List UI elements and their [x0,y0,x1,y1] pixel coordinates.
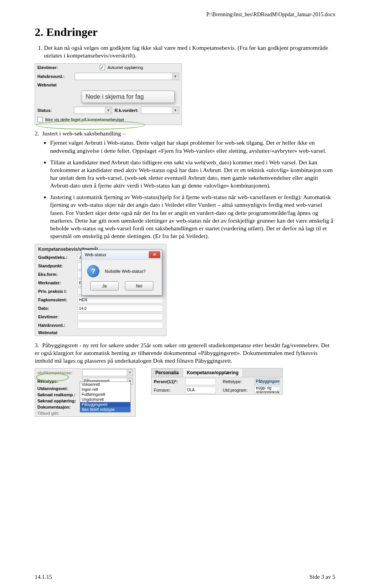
tab-kompetanse[interactable]: Kompetanse/opplæring [183,368,243,377]
option-fullforingsrett[interactable]: Fullføringsrett [80,392,130,397]
label-merknader: Merknader: [38,280,75,285]
footer-date: 14.1.15 [35,574,52,580]
dialog-title: Web-status [85,252,106,257]
dialog-no-button[interactable]: Nei [125,281,153,291]
panel-personalia-right: Personalia Kompetanse/opplæring Persnr(1… [151,368,283,395]
label-ikke-vis: Ikke vis dette faget på kompetansebevise… [45,117,124,122]
chevron-down-icon: ▼ [172,73,178,79]
footer-page: Side 3 av 5 [309,574,335,580]
label-fornavn: Fornavn: [154,388,183,392]
field-elevtimer[interactable] [77,313,163,320]
field-persnr[interactable] [185,378,216,385]
label-rettstype-b: Rettstype: [218,379,252,384]
option-pabyggingsrett[interactable]: Påbyggingsrett [80,402,130,407]
close-icon[interactable]: ✕ [149,251,160,258]
list-item-3: 3. Påbyggingsrett - ny rett for søkere u… [35,341,335,365]
dialog-message: Nullstille Web-status? [105,269,146,274]
screenshot-rettstype-panels: sluttkompetanse:▼ Rettstype:Påbyggingsre… [35,368,335,417]
label-standpunkt: Standpunkt: [38,264,75,268]
tab-personalia[interactable]: Personalia [151,368,183,377]
field-sluttkompetanse[interactable]: ▼ [82,369,133,376]
bullet-justering-automatisk: Justering i automatisk fjerning av Web-s… [50,193,335,240]
screenshot-nullstille-dialog: Kompetansebevis/vitnemål Godkjent/eks.:J… [35,244,166,336]
option-ungdomsrett[interactable]: Ungdomsrett [80,397,130,402]
chevron-down-icon: ▼ [172,107,178,113]
panel-rettstype-left: sluttkompetanse:▼ Rettstype:Påbyggingsre… [35,368,136,417]
checkbox-ikke-vis[interactable] [37,117,43,122]
label-halvars: Halvårsvurd.: [37,74,72,79]
option-ikke-tildelt[interactable]: Ikke tildelt rettstype [80,407,130,412]
label-elevtimer2: Elevtimer: [38,314,75,319]
checkbox-avkortet[interactable]: ✓ [100,65,105,70]
label-godkjent: Godkjent/eks.: [38,255,75,260]
tooltip-nede-i-skjema: Nede i skjema for fag [81,91,175,103]
bullet-tillate-kandidater: Tillate at kandidater med Avbrutt dato t… [50,159,335,190]
label-rkvurdert: R.k.vurdert: [114,108,138,113]
label-utdanningsvei: Utdanningsvei: [37,386,80,391]
field-halvars[interactable] [77,322,163,329]
label-privpraksis: Priv. praksis i: [38,289,75,294]
label-avkortet: Avkortet opplæring [108,65,143,70]
label-dato: Dato: [38,306,75,311]
list-item-2-intro: 2. Justert i web-søk saksbehandling – [35,130,335,137]
dialog-web-status: Web-status ✕ ? Nullstille Web-status? Ja… [81,250,162,296]
field-fagkonsulent[interactable]: HEN [77,296,163,303]
label-tilbud-gitt: Tilbud gitt: [37,411,80,416]
dialog-yes-button[interactable]: Ja [90,281,119,291]
field-rettstype-b[interactable]: Påbyggingsrett [254,378,280,385]
dropdown-rkvurdert[interactable]: ▼ [141,106,179,114]
field-dato[interactable]: 14.0 [77,305,163,312]
chevron-down-icon: ▼ [105,107,111,113]
label-halvars2: Halvårsvurd.: [38,323,75,328]
header-file-path: P:\Brenning\Inst_bes\RDReadM\Oppdat_Janu… [35,12,335,18]
label-eksform: Eks.form: [38,272,75,277]
label-elevtimer: Elevtimer: [37,65,72,70]
label-persnr: Persnr(11)*: [154,379,183,384]
list-item-1: Det kan nå også velges om godkjent fag i… [44,44,335,59]
label-webnotat: Webnotat [37,83,72,87]
field-utdprogram[interactable]: Bygg- og anleggsteknikk [254,387,280,394]
label-utdprogram: Utd.program: [218,388,252,392]
screenshot-form-fag: Elevtimer: ✓ Avkortet opplæring Halvårsv… [35,63,182,125]
label-soknad-realkomp: Søknad realkomp.: [37,392,80,397]
label-soknad-opplaering: Søknad opplæring: [37,399,80,403]
label-rettstype: Rettstype: [37,379,80,384]
label-sluttkompetanse: sluttkompetanse: [37,370,80,375]
option-ingen-rett[interactable]: Ingen rett [80,387,130,392]
bullet-fjernet-avbrutt: Fjernet valget Avbrutt i Web-status. Det… [50,139,335,154]
label-status: Status: [37,108,71,113]
label-dokumentasjon: Dokumentasjon: [37,405,80,409]
field-fornavn[interactable]: OLA [185,387,216,394]
dropdown-status[interactable]: ▼ [74,106,112,114]
heading-endringer: 2. Endringer [35,25,335,39]
chevron-down-icon: ▼ [127,370,133,376]
dropdown-halvars[interactable]: ▼ [74,73,179,80]
label-fagkonsulent: Fagkonsulent: [38,297,75,302]
option-voksenrett[interactable]: Voksenrett [80,382,130,387]
label-webnotat2: Webnotat [38,330,75,335]
dropdown-rettstype-options[interactable]: Voksenrett Ingen rett Fullføringsrett Un… [80,382,131,412]
question-icon: ? [87,265,99,277]
